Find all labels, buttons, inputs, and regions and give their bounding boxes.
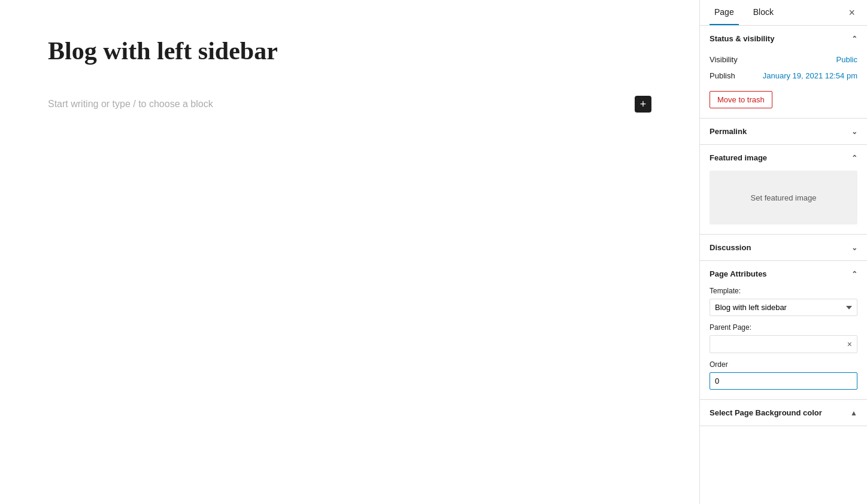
section-page-attributes-body: Template: Blog with left sidebar Default… xyxy=(700,287,867,399)
chevron-down-icon: ⌄ xyxy=(851,127,857,136)
section-featured-image-header[interactable]: Featured image ⌃ xyxy=(700,145,867,171)
chevron-down-icon-discussion: ⌄ xyxy=(851,244,857,252)
section-bg-color-label: Select Page Background color xyxy=(710,408,822,417)
sidebar-close-button[interactable]: × xyxy=(846,4,857,22)
page-title[interactable]: Blog with left sidebar xyxy=(48,36,651,66)
chevron-up-icon-attributes: ⌃ xyxy=(851,270,857,278)
section-bg-color: Select Page Background color ▲ xyxy=(700,400,867,426)
template-select[interactable]: Blog with left sidebar Default Template … xyxy=(710,299,857,316)
section-bg-color-header[interactable]: Select Page Background color ▲ xyxy=(700,400,867,426)
add-block-button[interactable]: + xyxy=(635,96,651,113)
section-featured-image-body: Set featured image xyxy=(700,171,867,234)
editor-area: Blog with left sidebar Start writing or … xyxy=(0,0,699,504)
section-discussion-header[interactable]: Discussion ⌄ xyxy=(700,235,867,260)
parent-page-input-wrapper: × xyxy=(710,335,857,353)
section-discussion: Discussion ⌄ xyxy=(700,235,867,261)
visibility-row: Visibility Public xyxy=(710,51,857,68)
section-discussion-label: Discussion xyxy=(710,243,751,252)
section-status-visibility-label: Status & visibility xyxy=(710,34,774,43)
set-featured-image-label: Set featured image xyxy=(751,193,817,202)
sidebar-tabs: Page Block × xyxy=(700,0,867,26)
section-featured-image: Featured image ⌃ Set featured image xyxy=(700,145,867,235)
section-featured-image-label: Featured image xyxy=(710,153,767,162)
chevron-up-icon-featured: ⌃ xyxy=(851,154,857,162)
visibility-label: Visibility xyxy=(710,55,738,64)
publish-label: Publish xyxy=(710,71,735,80)
section-page-attributes: Page Attributes ⌃ Template: Blog with le… xyxy=(700,261,867,400)
template-wrapper: Template: Blog with left sidebar Default… xyxy=(710,287,857,316)
section-permalink: Permalink ⌄ xyxy=(700,119,867,145)
chevron-up-icon-bg: ▲ xyxy=(850,409,857,417)
order-label: Order xyxy=(710,360,857,369)
section-status-visibility-body: Visibility Public Publish January 19, 20… xyxy=(700,51,867,118)
section-status-visibility-header[interactable]: Status & visibility ⌃ xyxy=(700,26,867,51)
section-permalink-header[interactable]: Permalink ⌄ xyxy=(700,119,867,144)
publish-value[interactable]: January 19, 2021 12:54 pm xyxy=(763,71,857,80)
parent-page-input[interactable] xyxy=(715,340,847,349)
editor-content-area: Start writing or type / to choose a bloc… xyxy=(48,90,651,119)
parent-page-label: Parent Page: xyxy=(710,323,857,332)
tab-page[interactable]: Page xyxy=(710,0,739,25)
order-input[interactable] xyxy=(710,372,857,390)
section-page-attributes-header[interactable]: Page Attributes ⌃ xyxy=(700,261,867,287)
tab-block[interactable]: Block xyxy=(748,0,778,25)
move-to-trash-button[interactable]: Move to trash xyxy=(710,91,772,108)
sidebar: Page Block × Status & visibility ⌃ Visib… xyxy=(699,0,867,504)
template-label: Template: xyxy=(710,287,857,295)
set-featured-image-button[interactable]: Set featured image xyxy=(710,171,857,224)
section-status-visibility: Status & visibility ⌃ Visibility Public … xyxy=(700,26,867,119)
parent-page-clear-button[interactable]: × xyxy=(847,339,852,349)
section-page-attributes-label: Page Attributes xyxy=(710,269,767,278)
visibility-value[interactable]: Public xyxy=(836,55,857,64)
publish-row: Publish January 19, 2021 12:54 pm xyxy=(710,68,857,84)
section-permalink-label: Permalink xyxy=(710,127,747,136)
editor-placeholder: Start writing or type / to choose a bloc… xyxy=(48,99,627,110)
chevron-up-icon: ⌃ xyxy=(851,35,857,43)
